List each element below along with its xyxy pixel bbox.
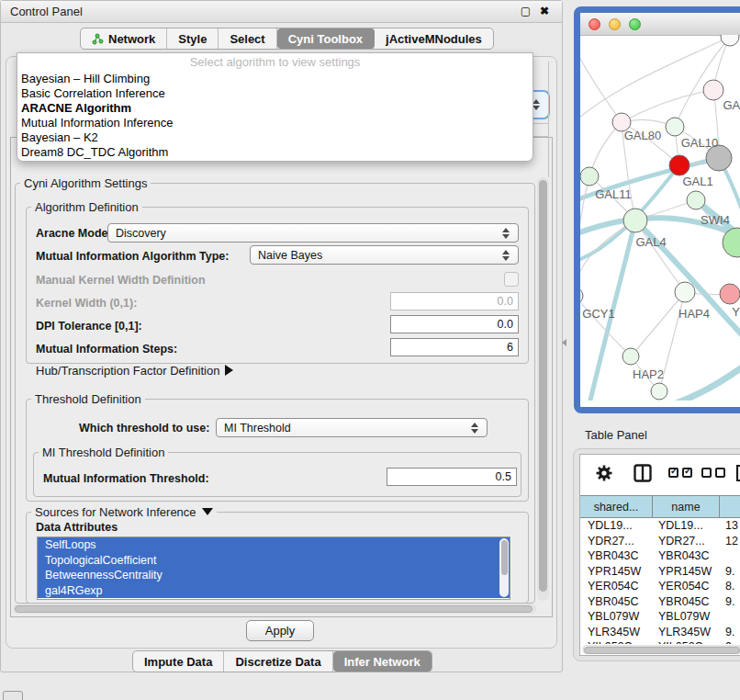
column-partial-icon[interactable] <box>735 464 740 482</box>
settings-vertical-scrollbar-thumb[interactable] <box>539 180 547 592</box>
table-row[interactable]: YER054CYER054C8. <box>580 579 740 594</box>
table-row[interactable]: YBR043CYBR043C <box>580 548 740 564</box>
network-node-label: HAP2 <box>633 367 664 381</box>
occluded-groupbox-edge <box>532 123 549 124</box>
kernel-width-field[interactable]: 0.0 <box>390 292 519 310</box>
table-row[interactable]: YLR345WYLR345W9. <box>580 625 740 640</box>
apply-button[interactable]: Apply <box>246 620 314 641</box>
network-canvas[interactable]: GAL80GAL10GAL1GAL11SWI4GAL4GCY1HAP4HAP2G… <box>580 35 740 401</box>
zoom-traffic-light-icon[interactable] <box>629 18 641 30</box>
settings-horizontal-scrollbar-thumb[interactable] <box>15 605 533 613</box>
manual-kernel-width-checkbox[interactable] <box>504 272 519 287</box>
algorithm-option[interactable]: Dream8 DC_TDC Algorithm <box>17 145 533 160</box>
network-node[interactable] <box>622 348 639 365</box>
mi-steps-field[interactable]: 6 <box>390 338 519 356</box>
tab-style-label: Style <box>178 32 207 46</box>
algorithm-option[interactable]: ARACNE Algorithm <box>17 101 533 116</box>
close-traffic-light-icon[interactable] <box>589 18 600 30</box>
network-node[interactable] <box>623 209 647 232</box>
data-attribute-item[interactable]: SelfLoops <box>38 537 510 553</box>
data-attribute-item[interactable]: BetweennessCentrality <box>38 568 510 583</box>
network-node[interactable] <box>666 118 684 136</box>
data-attribute-item[interactable]: TopologicalCoefficient <box>38 553 510 569</box>
mi-threshold-value: 0.5 <box>496 470 511 483</box>
apply-button-label: Apply <box>265 624 296 638</box>
tab-infer-network-label: Infer Network <box>344 655 420 669</box>
table-cell: YPR145W <box>653 564 720 580</box>
column-header-shared-name[interactable]: shared... <box>580 496 653 517</box>
algorithm-option[interactable]: Bayesian – K2 <box>17 130 533 145</box>
which-threshold-combobox[interactable]: MI Threshold <box>216 418 488 437</box>
column-header-partial[interactable] <box>720 496 740 517</box>
minimize-traffic-light-icon[interactable] <box>609 18 621 30</box>
unchecked-box-icon[interactable] <box>701 468 712 478</box>
collapsed-panel-button[interactable] <box>3 691 23 700</box>
mi-algorithm-type-combobox[interactable]: Naive Bayes <box>250 245 519 265</box>
network-node[interactable] <box>675 282 695 302</box>
network-node[interactable] <box>687 191 705 209</box>
table-row[interactable]: YDR27...YDR27...12 <box>580 534 740 549</box>
table-cell: YDR27... <box>580 534 653 549</box>
tab-network[interactable]: Network <box>81 28 167 49</box>
settings-horizontal-scrollbar[interactable] <box>13 604 536 614</box>
network-edge <box>635 220 685 292</box>
network-edge <box>622 90 713 122</box>
network-node[interactable] <box>720 284 740 304</box>
network-node[interactable] <box>703 80 723 100</box>
tab-jactivemnodules-label: jActiveMNodules <box>386 32 482 46</box>
data-attributes-list[interactable]: SelfLoopsTopologicalCoefficientBetweenne… <box>37 536 510 600</box>
table-row[interactable]: YBR045CYBR045C9. <box>580 594 740 610</box>
spinner-icon <box>471 423 479 434</box>
attributes-scrollbar[interactable] <box>499 538 509 597</box>
checked-box-icon[interactable] <box>682 468 692 478</box>
dpi-tolerance-field[interactable]: 0.0 <box>390 315 519 333</box>
algorithm-option[interactable]: Basic Correlation Inference <box>17 86 533 101</box>
split-columns-icon[interactable] <box>633 464 652 482</box>
aracne-mode-combobox[interactable]: Discovery <box>107 223 519 243</box>
spinner-icon <box>502 228 510 239</box>
table-row[interactable]: YBL079WYBL079W <box>580 609 740 625</box>
sources-title[interactable]: Sources for Network Inference <box>31 505 217 519</box>
tab-cyni-toolbox[interactable]: Cyni Toolbox <box>277 28 375 49</box>
unchecked-box-icon[interactable] <box>715 468 725 478</box>
float-window-icon[interactable]: ▢ <box>521 5 531 17</box>
hub-tf-definition-toggle[interactable]: Hub/Transcription Factor Definition <box>36 364 233 378</box>
attributes-scrollbar-thumb[interactable] <box>501 540 508 575</box>
table-horizontal-scrollbar[interactable] <box>582 645 740 654</box>
tab-impute-data[interactable]: Impute Data <box>133 651 224 672</box>
table-panel-title: Table Panel <box>585 428 647 442</box>
algorithm-dropdown-popup: Select algorithm to view settings Bayesi… <box>17 52 533 162</box>
algorithm-definition-title: Algorithm Definition <box>31 200 142 214</box>
tab-infer-network[interactable]: Infer Network <box>333 651 432 672</box>
algorithm-option[interactable]: Mutual Information Inference <box>17 116 533 130</box>
data-attribute-item[interactable]: gal4RGexp <box>38 583 510 599</box>
table-row[interactable]: YPR145WYPR145W9. <box>580 564 740 580</box>
table-cell: YDR27... <box>653 534 720 549</box>
settings-vertical-scrollbar[interactable] <box>537 177 549 601</box>
table-cell: YBL079W <box>653 609 720 625</box>
tab-discretize-data[interactable]: Discretize Data <box>224 651 332 672</box>
settings-gear-icon[interactable] <box>595 464 613 482</box>
threshold-definition-title: Threshold Definition <box>31 392 145 406</box>
tab-select[interactable]: Select <box>219 28 276 49</box>
tab-jactivemnodules[interactable]: jActiveMNodules <box>375 28 493 49</box>
kernel-width-value: 0.0 <box>498 295 513 308</box>
table-cell: 9 <box>720 639 740 644</box>
network-node[interactable] <box>580 288 583 304</box>
table-cell <box>720 548 740 564</box>
algorithm-option[interactable]: Bayesian – Hill Climbing <box>17 72 533 86</box>
table-row[interactable]: YIL052CYIL052C9 <box>580 639 740 644</box>
network-node[interactable] <box>580 167 599 186</box>
network-node[interactable] <box>669 155 690 175</box>
mi-threshold-field[interactable]: 0.5 <box>387 468 517 486</box>
checked-box-icon[interactable] <box>668 468 678 478</box>
control-panel-window: Control Panel ▢ ✖ Network Style Select <box>0 0 563 672</box>
panel-resize-handle[interactable] <box>562 339 566 346</box>
tab-style[interactable]: Style <box>167 28 219 49</box>
close-window-icon[interactable]: ✖ <box>540 5 549 17</box>
network-node-label: GAL4 <box>635 235 666 249</box>
table-row[interactable]: YDL19...YDL19...13 <box>580 518 740 534</box>
table-horizontal-scrollbar-thumb[interactable] <box>584 647 740 654</box>
column-header-name[interactable]: name <box>653 496 720 517</box>
network-node[interactable] <box>651 383 667 400</box>
